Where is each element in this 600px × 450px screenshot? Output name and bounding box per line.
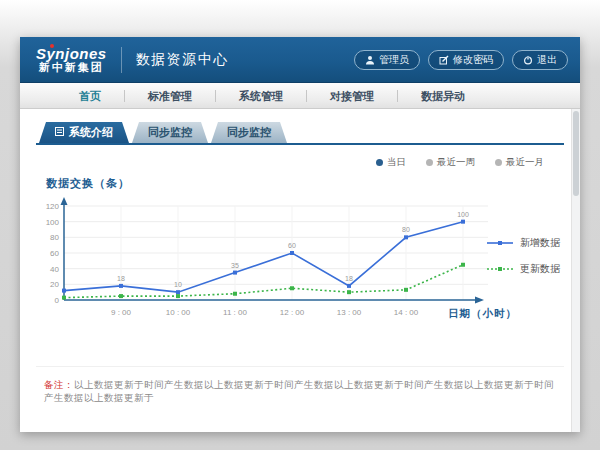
radio-unselected-icon [495,159,502,166]
page-title: 数据资源中心 [136,51,229,69]
legend-label-update-data: 更新数据 [520,262,560,276]
tab-underline [36,143,564,145]
svg-text:80: 80 [402,226,410,233]
logout-label: 退出 [537,53,557,67]
logo-red-dot-icon [50,44,54,48]
edit-icon [439,55,449,65]
svg-text:14 : 00: 14 : 00 [394,308,419,317]
svg-text:80: 80 [50,233,59,242]
note-label: 备注： [44,379,74,390]
filter-last-month-label: 最近一月 [506,156,544,169]
range-filter-row: 当日 最近一周 最近一月 [36,156,564,169]
svg-text:9 : 00: 9 : 00 [111,308,132,317]
tab-system-intro-label: 系统介绍 [69,122,113,143]
document-icon [55,122,64,143]
tab-sync-monitor-2[interactable]: 同步监控 [211,122,287,143]
chart-area: 0204060801001209 : 0010 : 0011 : 0012 : … [36,194,564,344]
filter-last-month[interactable]: 最近一月 [495,156,544,169]
note-text: 以上数据更新于时间产生数据以上数据更新于时间产生数据以上数据更新于时间产生数据以… [44,379,554,403]
logo-text-cn: 新中新集团 [39,61,104,74]
svg-text:11 : 00: 11 : 00 [223,308,247,317]
legend-item-new-data[interactable]: 新增数据 [487,236,560,250]
svg-text:60: 60 [288,242,296,249]
footer-note: 备注：以上数据更新于时间产生数据以上数据更新于时间产生数据以上数据更新于时间产生… [36,366,564,405]
svg-text:12 : 00: 12 : 00 [280,308,305,317]
legend-line-solid-icon [487,239,513,247]
content-area: 系统介绍 同步监控 同步监控 当日 最近一周 最近一月 数据 [20,109,580,405]
nav-item-home[interactable]: 首页 [56,90,124,102]
scrollbar-thumb[interactable] [573,111,579,196]
logout-button[interactable]: 退出 [512,50,568,70]
legend-label-new-data: 新增数据 [520,236,560,250]
tab-sync-monitor-1[interactable]: 同步监控 [132,122,208,143]
tab-bar: 系统介绍 同步监控 同步监控 [36,122,564,143]
svg-text:10 : 00: 10 : 00 [166,308,191,317]
svg-text:18: 18 [117,275,125,282]
svg-text:10: 10 [174,281,182,288]
svg-text:100: 100 [457,211,469,218]
filter-last-week-label: 最近一周 [437,156,475,169]
admin-user-button[interactable]: 管理员 [354,50,420,70]
svg-text:20: 20 [50,280,59,289]
svg-text:0: 0 [55,296,60,305]
svg-text:60: 60 [50,249,59,258]
vertical-scrollbar[interactable] [571,109,580,432]
filter-today[interactable]: 当日 [376,156,406,169]
logo-text-en: Synjones [36,46,107,61]
svg-text:35: 35 [231,262,239,269]
user-icon [365,55,375,65]
tab-sync-monitor-1-label: 同步监控 [148,122,192,143]
filter-today-label: 当日 [387,156,406,169]
radio-selected-icon [376,159,383,166]
tab-sync-monitor-2-label: 同步监控 [227,122,271,143]
chart-legend: 新增数据 更新数据 [487,236,560,276]
svg-text:13 : 00: 13 : 00 [337,308,362,317]
header-actions: 管理员 修改密码 退出 [354,50,568,70]
header-divider [121,47,122,73]
change-password-label: 修改密码 [453,53,493,67]
svg-text:40: 40 [50,265,59,274]
app-header: Synjones 新中新集团 数据资源中心 管理员 修改密码 [20,37,580,83]
main-nav: 首页 标准管理 系统管理 对接管理 数据异动 [20,83,580,109]
filter-last-week[interactable]: 最近一周 [426,156,475,169]
svg-text:100: 100 [46,218,60,227]
svg-text:120: 120 [46,202,60,211]
svg-text:18: 18 [345,275,353,282]
nav-item-data-change[interactable]: 数据异动 [397,90,488,102]
svg-text:日期（小时）: 日期（小时） [448,307,517,320]
line-chart: 0204060801001209 : 0010 : 0011 : 0012 : … [36,194,564,330]
radio-unselected-icon [426,159,433,166]
legend-item-update-data[interactable]: 更新数据 [487,262,560,276]
company-logo: Synjones 新中新集团 [36,46,107,74]
nav-item-interface-mgmt[interactable]: 对接管理 [306,90,397,102]
app-window: Synjones 新中新集团 数据资源中心 管理员 修改密码 [20,37,580,432]
legend-line-dotted-icon [487,265,513,273]
admin-user-label: 管理员 [379,53,409,67]
nav-item-system-mgmt[interactable]: 系统管理 [215,90,306,102]
power-icon [523,55,533,65]
nav-item-standard-mgmt[interactable]: 标准管理 [124,90,215,102]
change-password-button[interactable]: 修改密码 [428,50,504,70]
y-axis-title: 数据交换（条） [46,176,564,191]
tab-system-intro[interactable]: 系统介绍 [39,122,129,143]
